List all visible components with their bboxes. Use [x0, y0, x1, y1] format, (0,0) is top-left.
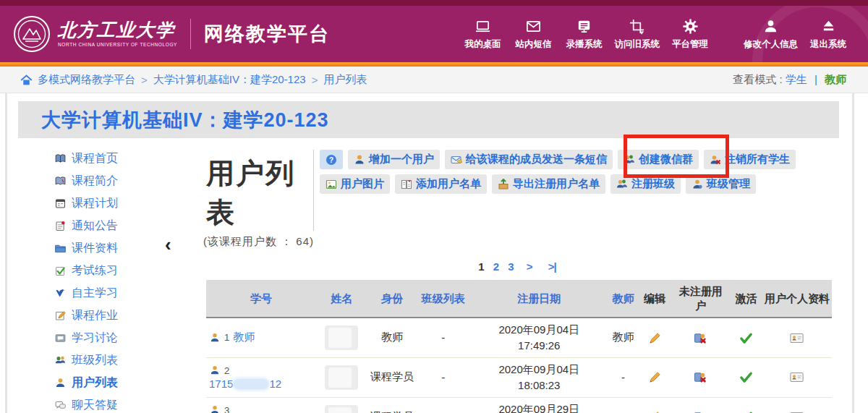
- page-right-edge: [852, 93, 854, 413]
- recording-icon: [576, 18, 592, 35]
- col-name[interactable]: 姓名: [316, 280, 367, 318]
- export-icon: [498, 179, 509, 190]
- sidebar-item-class-list[interactable]: 班级列表: [54, 349, 199, 372]
- page-title: 用户列表: [206, 148, 313, 232]
- sidebar-item-course-intro[interactable]: 课程简介: [54, 170, 199, 192]
- send-message-icon: [451, 154, 462, 166]
- edit-button[interactable]: [648, 331, 662, 345]
- sidebar-item-discussions[interactable]: 学习讨论: [54, 327, 199, 349]
- activate-button[interactable]: [739, 331, 753, 345]
- breadcrumb-separator: >: [312, 74, 318, 86]
- self-study-icon: [54, 287, 67, 299]
- profile-card-icon: [790, 410, 804, 413]
- sidebar-item-exam-practice[interactable]: 考试练习: [54, 260, 199, 282]
- pencil-icon: [648, 331, 662, 345]
- class-management-button[interactable]: 班级管理: [686, 174, 756, 194]
- col-teacher[interactable]: 教师: [608, 280, 637, 318]
- unregister-user-icon: [694, 370, 707, 384]
- user-pictures-button[interactable]: 用户图片: [320, 174, 390, 194]
- add-roster-button[interactable]: 添加用户名单: [395, 174, 487, 194]
- view-mode-student[interactable]: 学生: [786, 73, 807, 85]
- send-message-button[interactable]: 给该课程的成员发送一条短信: [445, 150, 613, 169]
- folder-icon: [54, 242, 67, 255]
- sidebar-collapse-handle[interactable]: ‹: [165, 235, 171, 254]
- col-profile: 用户个人资料: [762, 280, 832, 318]
- nav-recording-system[interactable]: 录播系统: [559, 18, 610, 51]
- user-link[interactable]: 教师: [233, 331, 255, 344]
- roster-icon: [401, 179, 412, 190]
- row-number: 1: [224, 332, 229, 343]
- identity-cell: 课程学员: [367, 397, 417, 413]
- create-wechat-group-button[interactable]: 创建微信群: [618, 150, 699, 169]
- col-identity[interactable]: 身份: [367, 280, 417, 318]
- profile-card-button[interactable]: [790, 370, 804, 385]
- unregister-user-button[interactable]: [694, 370, 707, 385]
- profile-card-button[interactable]: [790, 410, 804, 413]
- nav-edit-profile[interactable]: 修改个人信息: [739, 18, 803, 51]
- notice-pin-icon: [54, 220, 67, 232]
- activate-button[interactable]: [739, 410, 753, 413]
- add-user-button[interactable]: 增加一个用户: [348, 150, 440, 169]
- col-student-id[interactable]: 学号: [206, 280, 316, 318]
- breadcrumb-course[interactable]: 大学计算机基础IV：建学20-123: [153, 73, 306, 87]
- home-icon[interactable]: [20, 74, 33, 86]
- help-button[interactable]: ?: [320, 150, 343, 169]
- discussion-icon: [54, 332, 67, 344]
- student-id-link[interactable]: 171512: [209, 378, 315, 390]
- desktop-icon: [475, 18, 491, 35]
- export-roster-button[interactable]: 导出注册用户名单: [492, 174, 605, 194]
- view-mode-pipe: |: [814, 73, 817, 85]
- view-mode-teacher[interactable]: 教师: [825, 73, 846, 85]
- check-icon: [739, 331, 753, 345]
- legacy-system-icon: [629, 18, 645, 35]
- sidebar-item-announcements[interactable]: 通知公告: [54, 215, 199, 237]
- teacher-cell: -: [608, 357, 637, 397]
- col-activate: 激活: [730, 280, 762, 318]
- col-reg-date[interactable]: 注册日期: [469, 280, 608, 318]
- edit-button[interactable]: [648, 370, 662, 385]
- page-3[interactable]: 3: [508, 260, 514, 273]
- calendar-icon: [54, 197, 67, 210]
- nav-legacy-system[interactable]: 访问旧系统: [610, 18, 665, 51]
- unregister-user-button[interactable]: [694, 410, 707, 413]
- view-mode: 查看模式 : 学生 | 教师: [733, 73, 846, 87]
- sidebar-item-course-materials[interactable]: 课件资料: [54, 237, 199, 260]
- class-manage-icon: [692, 179, 703, 190]
- person-icon: [209, 404, 221, 413]
- svg-text:?: ?: [329, 156, 333, 163]
- last-page-arrow[interactable]: >|: [548, 260, 556, 273]
- sidebar-item-user-list[interactable]: 用户列表: [54, 372, 199, 394]
- class-list-cell: -: [417, 357, 469, 397]
- nav-platform-admin[interactable]: 平台管理: [665, 18, 715, 51]
- course-sidebar: 课程首页 课程简介 课程计划 通知公告 课件资料 考试练习: [18, 138, 199, 413]
- profile-card-button[interactable]: [790, 331, 804, 345]
- register-class-icon: [616, 179, 628, 190]
- breadcrumb-user-list[interactable]: 用户列表: [323, 73, 367, 87]
- sidebar-item-course-plan[interactable]: 课程计划: [54, 192, 199, 215]
- nav-logout[interactable]: 退出系统: [803, 18, 854, 51]
- toolbar: ? 增加一个用户 给该课程的成员发送一条短信 创建微信群: [320, 148, 796, 232]
- person-icon: [54, 377, 67, 389]
- sidebar-item-course-home[interactable]: 课程首页: [54, 148, 199, 170]
- help-icon: ?: [326, 154, 337, 166]
- col-class-list[interactable]: 班级列表: [417, 280, 469, 318]
- edit-button[interactable]: [648, 410, 662, 413]
- col-unregistered: 未注册用户: [671, 280, 730, 318]
- sidebar-item-chat-qa[interactable]: 聊天答疑: [54, 394, 199, 413]
- table-row: 3 171213 课程学员 - 2020年09月29日14:40:29 -: [206, 397, 832, 413]
- next-page-arrow[interactable]: >: [527, 260, 532, 273]
- header-nav: 我的桌面 站内短信 录播系统 访问旧系统: [458, 18, 854, 51]
- sidebar-item-assignments[interactable]: 课程作业: [54, 305, 199, 327]
- pencil-icon: [648, 410, 662, 413]
- nav-my-desktop[interactable]: 我的桌面: [458, 18, 509, 51]
- nav-site-messages[interactable]: 站内短信: [509, 18, 559, 51]
- register-class-button[interactable]: 注册班级: [610, 174, 681, 194]
- heading-divider: [313, 150, 314, 231]
- breadcrumb-platform[interactable]: 多模式网络教学平台: [38, 73, 135, 87]
- unregister-user-button[interactable]: [694, 331, 707, 345]
- unregister-all-students-button[interactable]: 注销所有学生: [704, 150, 796, 169]
- header-top-strip: [0, 0, 868, 6]
- activate-button[interactable]: [739, 370, 753, 385]
- sidebar-item-self-study[interactable]: 自主学习: [54, 282, 199, 305]
- page-2[interactable]: 2: [493, 260, 499, 273]
